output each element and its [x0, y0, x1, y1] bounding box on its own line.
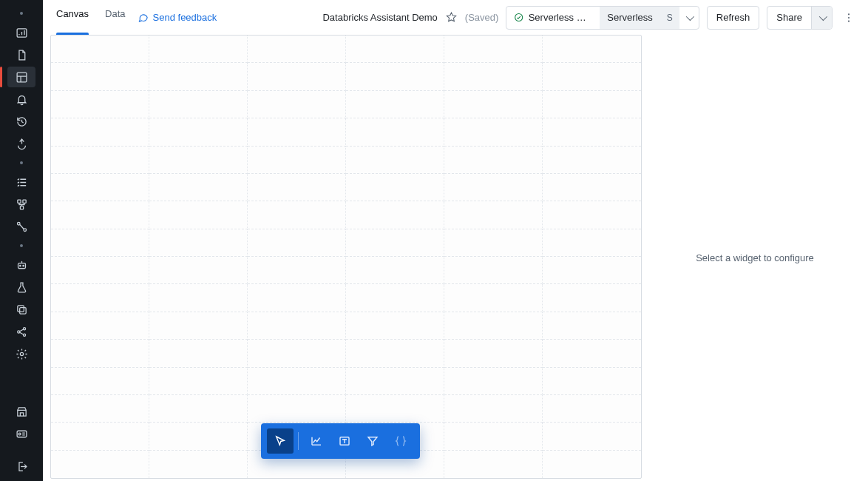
- svg-point-21: [848, 20, 850, 21]
- compute-selector[interactable]: Serverless Sta… Serverless S: [506, 6, 699, 30]
- line-chart-icon: [310, 434, 323, 448]
- chevron-down-icon: [686, 12, 692, 23]
- content-row: Select a widget to configure: [43, 35, 868, 481]
- svg-rect-2: [17, 200, 20, 203]
- sheet-icon: [16, 49, 28, 61]
- star-icon: [445, 11, 458, 24]
- send-feedback-link[interactable]: Send feedback: [138, 12, 217, 23]
- nav-stack[interactable]: [7, 299, 35, 320]
- tab-canvas[interactable]: Canvas: [56, 0, 89, 35]
- svg-rect-1: [17, 73, 27, 82]
- nav-pipeline[interactable]: [7, 216, 35, 237]
- svg-rect-11: [19, 307, 26, 314]
- canvas-grid: [51, 36, 641, 478]
- chevron-down-icon: [819, 12, 825, 23]
- svg-point-8: [19, 265, 20, 266]
- nav-separator: [20, 155, 23, 170]
- more-menu-button[interactable]: [840, 6, 858, 30]
- svg-point-18: [515, 14, 523, 21]
- canvas-container: [43, 35, 642, 481]
- nav-logout[interactable]: [7, 456, 35, 477]
- filter-tool-button[interactable]: [359, 428, 386, 454]
- share-button[interactable]: Share: [767, 7, 811, 29]
- svg-point-17: [18, 433, 21, 435]
- favorite-button[interactable]: [445, 11, 458, 24]
- nav-sheet[interactable]: [7, 44, 35, 65]
- nav-gear[interactable]: [7, 343, 35, 364]
- nav-share-nodes[interactable]: [7, 321, 35, 342]
- nav-separator: [20, 238, 23, 253]
- dashboard-icon: [16, 71, 28, 84]
- cursor-icon: [274, 434, 287, 448]
- refresh-button[interactable]: Refresh: [707, 6, 760, 30]
- nav-chart-bar[interactable]: [7, 22, 35, 43]
- compute-status-label: Serverless Sta…: [529, 12, 593, 23]
- svg-point-9: [22, 265, 23, 266]
- nav-checklist[interactable]: [7, 172, 35, 192]
- svg-point-19: [848, 13, 850, 15]
- nav-ingest[interactable]: [7, 133, 35, 154]
- svg-rect-3: [22, 200, 25, 203]
- toolbar-separator: [298, 432, 299, 450]
- bell-icon: [16, 93, 28, 106]
- chart-tool-button[interactable]: [303, 428, 330, 454]
- pipeline-icon: [16, 221, 28, 233]
- nav-separator: [20, 6, 23, 21]
- logout-icon: [16, 460, 28, 473]
- gear-icon: [16, 348, 28, 360]
- svg-point-14: [23, 334, 25, 336]
- send-feedback-label: Send feedback: [153, 12, 217, 23]
- store-icon: [16, 406, 28, 418]
- tab-data[interactable]: Data: [105, 0, 125, 35]
- cursor-tool-button[interactable]: [267, 428, 294, 454]
- braces-icon: [394, 434, 407, 448]
- compute-status: Serverless Sta…: [506, 7, 600, 29]
- svg-point-20: [848, 16, 850, 18]
- checklist-icon: [16, 176, 28, 189]
- nav-bell[interactable]: [7, 89, 35, 110]
- history-icon: [16, 115, 28, 128]
- chart-bar-icon: [16, 27, 28, 39]
- share-nodes-icon: [16, 326, 28, 338]
- svg-point-13: [23, 327, 25, 329]
- nav-robot[interactable]: [7, 255, 35, 275]
- compute-caret[interactable]: [679, 7, 699, 29]
- text-tool-button[interactable]: [331, 428, 358, 454]
- flask-icon: [16, 281, 28, 294]
- svg-point-12: [17, 330, 19, 332]
- dashboard-canvas[interactable]: [50, 35, 642, 479]
- compute-name: Serverless: [600, 7, 660, 29]
- card-icon: [16, 428, 28, 440]
- config-panel: Select a widget to configure: [642, 35, 868, 481]
- nav-flask[interactable]: [7, 277, 35, 297]
- nav-store[interactable]: [7, 401, 35, 422]
- compute-avatar: S: [660, 7, 679, 29]
- nav-card[interactable]: [7, 423, 35, 444]
- top-bar: Canvas Data Send feedback Databricks Ass…: [43, 0, 868, 35]
- config-panel-empty-text: Select a widget to configure: [696, 252, 814, 263]
- robot-icon: [16, 259, 28, 272]
- main-area: Canvas Data Send feedback Databricks Ass…: [43, 0, 868, 481]
- schema-icon: [16, 198, 28, 211]
- text-box-icon: [338, 434, 351, 448]
- svg-point-5: [17, 222, 20, 225]
- nav-dashboard[interactable]: [7, 67, 35, 87]
- page-title: Databricks Assistant Demo: [322, 12, 437, 23]
- saved-status: (Saved): [465, 12, 499, 23]
- share-caret[interactable]: [811, 7, 832, 29]
- svg-rect-10: [17, 305, 23, 312]
- check-circle-icon: [514, 12, 523, 23]
- kebab-icon: [843, 12, 855, 24]
- filter-icon: [366, 434, 379, 448]
- share-split-button: Share: [767, 6, 833, 30]
- stack-icon: [16, 303, 28, 316]
- code-tool-button[interactable]: [387, 428, 414, 454]
- left-nav: [0, 0, 43, 481]
- svg-point-15: [20, 352, 23, 355]
- nav-history[interactable]: [7, 111, 35, 132]
- nav-schema[interactable]: [7, 194, 35, 215]
- svg-point-6: [23, 228, 26, 231]
- ingest-icon: [16, 138, 28, 150]
- editor-tabs: Canvas Data: [56, 0, 126, 35]
- svg-rect-4: [20, 206, 23, 209]
